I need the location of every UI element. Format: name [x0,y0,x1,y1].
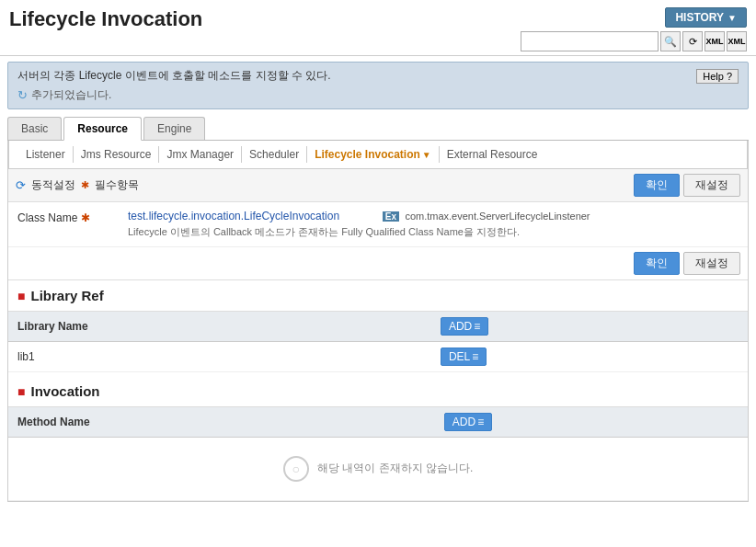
info-main: 서버의 각종 Lifecycle 이벤트에 호출할 메소드를 지정할 수 있다.… [17,68,739,84]
reset-button-2[interactable]: 재설정 [683,252,740,275]
search-bar: 🔍 ⟳ XML XML [521,31,747,51]
class-name-required-star: ✱ [81,211,90,224]
subnav-jmx-manager[interactable]: Jmx Manager [159,146,242,163]
tab-engine[interactable]: Engine [143,117,205,140]
toolbar1-right: 확인 재설정 [634,174,740,197]
dynamic-label: 동적설정 [31,177,75,193]
subnav-lifecycle-invocation[interactable]: Lifecycle Invocation ▼ [307,146,440,163]
empty-icon: ○ [283,456,309,482]
toolbar2: 확인 재설정 [8,247,748,280]
required-icon: ✱ [81,179,89,191]
tab-basic[interactable]: Basic [7,117,62,140]
info-sub-text: 추가되었습니다. [31,87,111,103]
toolbar1-left: ⟳ 동적설정 ✱ 필수항목 [16,177,139,193]
library-ref-title: Library Ref [30,288,103,303]
invocation-add-header: ADD ≡ [435,407,748,438]
invocation-header: ■ Invocation [8,376,748,407]
search-button[interactable]: 🔍 [660,31,681,51]
library-ref-header: ■ Library Ref [8,280,748,312]
history-button[interactable]: HISTORY ▼ [665,7,747,28]
tabs: Basic Resource Engine [7,117,749,141]
invocation-title: Invocation [30,383,99,399]
class-name-main: test.lifecycle.invocation.LifeCycleInvoc… [128,210,739,222]
library-name-header: Library Name [8,312,431,342]
subnav-scheduler[interactable]: Scheduler [242,146,307,163]
xml2-button[interactable]: XML [727,31,747,51]
subnav-arrow: ▼ [422,150,431,160]
library-ref-icon: ■ [17,289,25,303]
del-icon: ≡ [472,350,478,363]
subnav-listener[interactable]: Listener [18,146,74,163]
empty-message-cell: ○ 해당 내역이 존재하지 않습니다. [8,438,748,501]
info-sub: ↻ 추가되었습니다. [17,87,739,103]
sub-nav: Listener Jms Resource Jmx Manager Schedu… [8,141,748,169]
ex-badge: Ex [383,211,399,222]
invocation-add-icon: ≡ [477,416,484,428]
content-area: Listener Jms Resource Jmx Manager Schedu… [7,141,749,502]
header-right: HISTORY ▼ 🔍 ⟳ XML XML [521,7,747,51]
library-add-header: ADD ≡ [431,312,748,342]
required-label: 필수항목 [95,177,139,193]
invocation-icon: ■ [17,384,25,399]
add-icon: ≡ [474,320,480,333]
class-name-desc: Lifecycle 이벤트의 Callback 메소드가 존재하는 Fully … [128,225,739,239]
refresh-icon: ↻ [17,88,28,102]
class-name-value: test.lifecycle.invocation.LifeCycleInvoc… [128,210,739,239]
invocation-add-button[interactable]: ADD ≡ [444,413,492,431]
page-title: Lifecycle Invocation [9,7,202,31]
library-ref-table: Library Name ADD ≡ lib1 DEL ≡ [8,312,748,372]
method-name-header: Method Name [8,407,435,438]
reset-button-1[interactable]: 재설정 [683,174,740,197]
confirm-button-1[interactable]: 확인 [634,174,680,197]
invocation-table: Method Name ADD ≡ ○ 해당 내역이 존재하지 않습니다. [8,407,748,501]
table-row: lib1 DEL ≡ [8,342,748,372]
tabs-container: Basic Resource Engine [7,117,749,141]
history-label: HISTORY [675,11,724,24]
example-text: com.tmax.event.ServerLifecycleLinstener [405,211,590,222]
class-name-row: Class Name ✱ test.lifecycle.invocation.L… [8,202,748,247]
library-add-button[interactable]: ADD ≡ [441,317,488,336]
subnav-lifecycle-label: Lifecycle Invocation [315,148,420,161]
class-name-text: test.lifecycle.invocation.LifeCycleInvoc… [128,210,339,222]
subnav-external-resource[interactable]: External Resource [440,146,545,163]
history-arrow: ▼ [727,13,737,23]
search-input[interactable] [521,31,659,51]
empty-row: ○ 해당 내역이 존재하지 않습니다. [8,438,748,501]
xml1-button[interactable]: XML [704,31,725,51]
info-main-text: 서버의 각종 Lifecycle 이벤트에 호출할 메소드를 지정할 수 있다. [17,68,331,84]
toolbar1: ⟳ 동적설정 ✱ 필수항목 확인 재설정 [8,169,748,202]
empty-text: 해당 내역이 존재하지 않습니다. [317,462,473,474]
library-name-cell: lib1 [8,342,431,372]
tab-resource[interactable]: Resource [63,117,142,141]
info-bar: 서버의 각종 Lifecycle 이벤트에 호출할 메소드를 지정할 수 있다.… [7,62,749,109]
subnav-jms-resource[interactable]: Jms Resource [74,146,160,163]
header: Lifecycle Invocation HISTORY ▼ 🔍 ⟳ XML X… [0,0,756,56]
library-del-cell: DEL ≡ [431,342,748,372]
class-name-label: Class Name ✱ [17,210,128,224]
library-del-button[interactable]: DEL ≡ [441,348,487,366]
help-button[interactable]: Help ? [696,69,739,84]
dynamic-icon: ⟳ [16,178,26,192]
refresh-button[interactable]: ⟳ [682,31,703,51]
confirm-button-2[interactable]: 확인 [634,252,680,275]
